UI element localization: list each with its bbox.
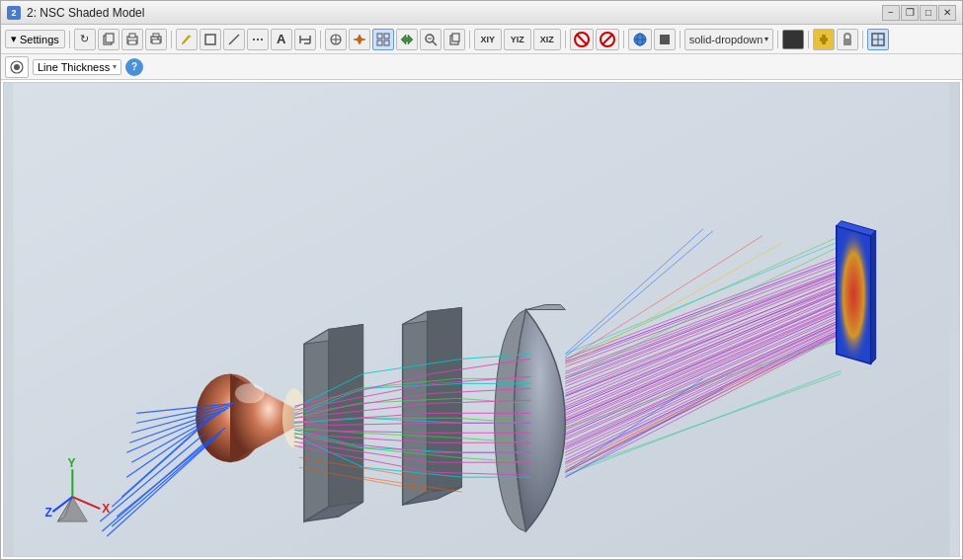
settings-button[interactable]: ▾ Settings <box>5 30 65 48</box>
svg-rect-6 <box>153 34 159 37</box>
svg-rect-42 <box>820 38 828 41</box>
svg-rect-7 <box>152 40 160 43</box>
text-button[interactable]: A <box>271 29 292 50</box>
svg-marker-71 <box>403 312 428 506</box>
svg-rect-43 <box>843 39 851 45</box>
copy2-button[interactable] <box>443 29 465 50</box>
sep4 <box>469 31 470 48</box>
zoom-button[interactable] <box>420 29 441 50</box>
yiz-button[interactable]: YIZ <box>504 29 531 50</box>
window-title: 2: NSC Shaded Model <box>27 6 144 20</box>
no-ray-button[interactable] <box>570 29 594 50</box>
svg-rect-23 <box>377 34 382 39</box>
svg-rect-12 <box>205 35 215 44</box>
copy-button[interactable] <box>98 29 120 50</box>
svg-marker-190 <box>871 231 876 364</box>
no2-button[interactable] <box>596 29 619 50</box>
close-button[interactable]: ✕ <box>938 5 956 21</box>
viewport[interactable]: X Y Z <box>3 82 960 557</box>
sep2 <box>171 31 172 48</box>
h-button[interactable] <box>294 29 316 50</box>
rect-draw-button[interactable] <box>200 29 221 50</box>
svg-point-8 <box>157 38 159 40</box>
line-thickness-dropdown[interactable]: Line Thickness ▾ <box>33 59 121 75</box>
svg-text:Z: Z <box>44 506 51 520</box>
svg-line-11 <box>182 43 183 44</box>
scene-background: X Y Z <box>4 83 959 556</box>
svg-marker-27 <box>401 35 413 44</box>
svg-line-36 <box>602 35 612 44</box>
sep6 <box>623 31 624 48</box>
print-button[interactable] <box>145 29 167 50</box>
sep8 <box>777 31 778 48</box>
globe-button[interactable] <box>628 29 652 50</box>
solid-arrow-icon: ▾ <box>764 35 768 43</box>
crosshair-button[interactable] <box>325 29 347 50</box>
solid-dropdown-button[interactable]: solid-dropdown ▾ <box>684 29 774 50</box>
sep7 <box>680 31 681 48</box>
solid-label: solid-dropdown <box>689 34 763 45</box>
svg-marker-69 <box>329 324 363 507</box>
svg-rect-3 <box>129 34 135 38</box>
target-button[interactable] <box>349 29 370 50</box>
grid-display-button[interactable] <box>372 29 394 50</box>
title-bar: 2 2: NSC Shaded Model − ❐ □ ✕ <box>1 1 962 25</box>
minimize-button[interactable]: − <box>882 5 900 21</box>
sep5 <box>565 31 566 48</box>
svg-line-29 <box>433 41 437 45</box>
sep1 <box>69 31 70 48</box>
line-draw-button[interactable] <box>223 29 245 50</box>
settings-arrow-icon: ▾ <box>11 33 17 45</box>
toolbar-row2: Line Thickness ▾ ? <box>1 54 962 80</box>
svg-text:Y: Y <box>67 456 75 470</box>
xiz-button[interactable]: XIZ <box>533 29 561 50</box>
svg-point-52 <box>235 383 265 403</box>
pencil-button[interactable] <box>176 29 198 50</box>
lock-button[interactable] <box>837 29 858 50</box>
svg-text:X: X <box>102 502 110 516</box>
svg-rect-4 <box>128 40 136 44</box>
svg-line-13 <box>229 35 239 44</box>
svg-line-34 <box>577 35 587 44</box>
svg-rect-1 <box>106 34 114 42</box>
title-bar-left: 2 2: NSC Shaded Model <box>7 6 144 20</box>
toolbar-row1: ▾ Settings ↻ A <box>1 25 962 54</box>
line-thickness-arrow-icon: ▾ <box>113 62 117 71</box>
refresh-button[interactable]: ↻ <box>74 29 96 50</box>
svg-line-9 <box>183 36 190 43</box>
settings-label: Settings <box>20 34 59 45</box>
color-swatch-button[interactable] <box>782 30 804 49</box>
svg-rect-32 <box>452 34 459 41</box>
svg-rect-40 <box>660 35 670 44</box>
line-thickness-label: Line Thickness <box>38 61 110 73</box>
scene-svg: X Y Z <box>4 83 959 556</box>
window-icon: 2 <box>7 6 21 20</box>
svg-rect-26 <box>384 40 389 45</box>
flip-button[interactable] <box>396 29 418 50</box>
main-window: 2 2: NSC Shaded Model − ❐ □ ✕ ▾ Settings… <box>0 0 963 560</box>
maximize-button[interactable]: □ <box>920 5 937 21</box>
svg-rect-24 <box>384 34 389 39</box>
xiy-button[interactable]: XIY <box>474 29 502 50</box>
print-setup-button[interactable] <box>121 29 143 50</box>
restore-button[interactable]: ❐ <box>901 5 919 21</box>
help-button[interactable]: ? <box>125 58 143 76</box>
square-fill-button[interactable] <box>654 29 676 50</box>
dash-draw-button[interactable] <box>247 29 269 50</box>
svg-point-48 <box>14 64 20 70</box>
sep3 <box>320 31 321 48</box>
svg-rect-25 <box>377 40 382 45</box>
run-button[interactable] <box>5 56 29 78</box>
layout-grid-button[interactable] <box>867 29 889 50</box>
svg-marker-22 <box>354 35 365 44</box>
sep10 <box>862 31 863 48</box>
sep9 <box>808 31 809 48</box>
title-bar-controls: − ❐ □ ✕ <box>882 5 956 21</box>
wrench-button[interactable] <box>813 29 835 50</box>
svg-marker-191 <box>837 226 871 364</box>
